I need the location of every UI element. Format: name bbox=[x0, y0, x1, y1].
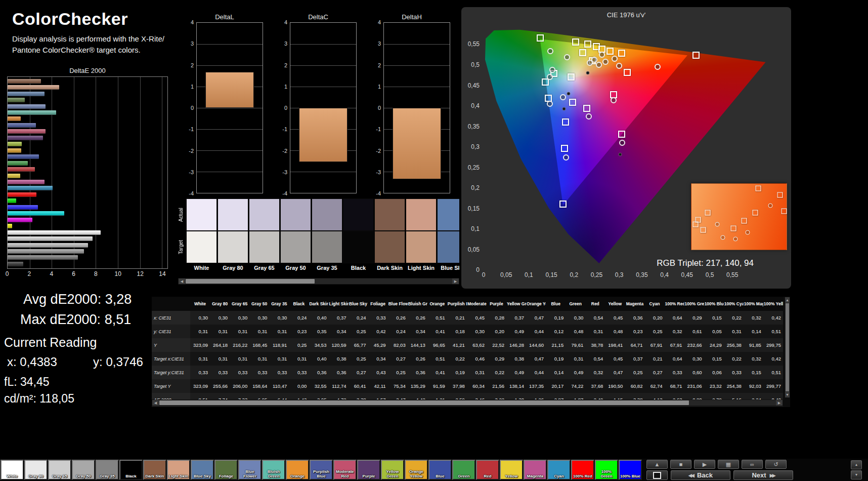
table-cell: 21,15 bbox=[546, 338, 566, 352]
patch-button-label: Cyan bbox=[548, 474, 570, 479]
patch-button-yellow-green[interactable]: Yellow Green bbox=[381, 460, 404, 480]
patch-button-foliage[interactable]: Foliage bbox=[214, 460, 238, 480]
table-cell: 0,48 bbox=[605, 325, 625, 338]
patch-button-blue[interactable]: Blue bbox=[428, 460, 452, 480]
strip-scroll-thumb[interactable] bbox=[186, 279, 315, 284]
play-button[interactable]: ▶ bbox=[694, 460, 715, 469]
spin-up-button[interactable]: ▴ bbox=[851, 460, 862, 469]
patch-button-orange[interactable]: Orange bbox=[286, 460, 309, 480]
axis-tick-label: 1 bbox=[284, 84, 287, 90]
table-cell: 0,31 bbox=[269, 325, 289, 338]
table-scroll-left-icon[interactable]: ◀ bbox=[152, 400, 159, 406]
patch-button-gray-65[interactable]: Gray 65 bbox=[48, 460, 71, 480]
table-vscroll-thumb[interactable] bbox=[786, 303, 789, 391]
patch-button-bluish-green[interactable]: Bluish Green bbox=[262, 460, 285, 480]
avg-de2000: Avg dE2000: 3,28 bbox=[23, 292, 132, 307]
table-scroll-down-icon[interactable]: ▼ bbox=[785, 392, 790, 397]
de2000-tick-label: 10 bbox=[115, 270, 121, 277]
patch-button-white[interactable]: White bbox=[1, 460, 24, 480]
table-scroll-up-icon[interactable]: ▲ bbox=[785, 297, 790, 303]
patch-button-gray-35[interactable]: Gray 35 bbox=[96, 460, 119, 480]
pattern-button[interactable]: ▦ bbox=[718, 460, 739, 469]
table-header-row: WhiteGray 80Gray 65Gray 50Gray 35BlackDa… bbox=[152, 297, 783, 311]
table-cell: 0,33 bbox=[368, 311, 388, 325]
x-value: 0,4383 bbox=[20, 355, 57, 369]
table-cell: 60,41 bbox=[349, 379, 368, 393]
patch-button-blue-sky[interactable]: Blue Sky bbox=[191, 460, 214, 480]
table-cell: 23,32 bbox=[704, 379, 724, 393]
table-cell: 110,47 bbox=[269, 379, 289, 393]
patch-button-blue-flower[interactable]: Blue Flower bbox=[238, 460, 262, 480]
strip-scrollbar[interactable]: ◀ ▶ bbox=[178, 278, 459, 285]
target-marker bbox=[562, 118, 569, 126]
patch-button-magenta[interactable]: Magenta bbox=[524, 460, 547, 480]
column-header-gray-65: Gray 65 bbox=[230, 297, 249, 311]
patch-button-100-blue[interactable]: 100% Blue bbox=[619, 460, 642, 480]
de-bar-cyan bbox=[8, 186, 53, 190]
reset-button[interactable]: ↺ bbox=[765, 460, 787, 469]
table-scroll-thumb[interactable] bbox=[159, 400, 689, 405]
axis-tick-label: -4 bbox=[189, 190, 194, 196]
patch-button-red[interactable]: Red bbox=[476, 460, 499, 480]
table-cell: 0,33 bbox=[269, 366, 289, 379]
patch-button-gray-50[interactable]: Gray 50 bbox=[72, 460, 95, 480]
swatch-name: Gray 65 bbox=[249, 263, 280, 272]
patch-button-yellow[interactable]: Yellow bbox=[500, 460, 523, 480]
table-cell: 0,19 bbox=[546, 311, 566, 325]
patch-button-label: Blue Sky bbox=[192, 474, 213, 479]
stop-button[interactable]: ■ bbox=[670, 460, 691, 469]
patch-button-100-red[interactable]: 100% Red bbox=[571, 460, 594, 480]
patch-button-green[interactable]: Green bbox=[452, 460, 475, 480]
table-cell: 24,29 bbox=[704, 338, 724, 352]
patch-button-label: Black bbox=[120, 474, 142, 479]
patch-button-cyan[interactable]: Cyan bbox=[547, 460, 571, 480]
patch-button-gray-80[interactable]: Gray 80 bbox=[24, 460, 48, 480]
table-cell: 0,42 bbox=[763, 311, 783, 325]
table-cell: 0,46 bbox=[467, 352, 487, 366]
de-bar-blue-sky bbox=[8, 92, 45, 96]
actual-swatch bbox=[280, 198, 311, 231]
column-header-100-cyan: 100% Cyan bbox=[724, 297, 744, 311]
scroll-right-arrow-icon[interactable]: ▶ bbox=[452, 278, 459, 284]
eject-button[interactable]: ▲ bbox=[646, 460, 668, 469]
de-bar-orange bbox=[8, 116, 21, 121]
continuous-button[interactable]: ∞ bbox=[742, 460, 763, 469]
patch-button-100-green[interactable]: 100% Green bbox=[595, 460, 618, 480]
table-cell: 0,21 bbox=[447, 311, 467, 325]
patch-button-black[interactable]: Black bbox=[119, 460, 143, 480]
table-cell: 0,41 bbox=[427, 366, 447, 379]
column-header-100-green: 100% Green bbox=[684, 297, 704, 311]
spin-down-button[interactable]: ▾ bbox=[851, 470, 862, 479]
patch-button-purple[interactable]: Purple bbox=[357, 460, 380, 480]
table-cell: 0,29 bbox=[487, 352, 506, 366]
next-button[interactable]: Next ▶▶ bbox=[733, 470, 793, 480]
target-swatch bbox=[437, 231, 459, 263]
table-cell: 34,53 bbox=[309, 338, 328, 352]
cie-y-tick-label: 0,05 bbox=[468, 246, 480, 253]
table-row-target-y: Target Y323,09255,66206,00158,64110,470,… bbox=[152, 379, 783, 393]
table-cell: 0,14 bbox=[744, 325, 763, 338]
table-cell: 0,49 bbox=[506, 366, 526, 379]
actual-swatch bbox=[186, 198, 217, 231]
patch-button-dark-skin[interactable]: Dark Skin bbox=[143, 460, 166, 480]
patch-button-moderate-red[interactable]: Moderate Red bbox=[333, 460, 357, 480]
table-cell: 0,12 bbox=[546, 325, 566, 338]
target-marker bbox=[579, 49, 586, 56]
patch-button-light-skin[interactable]: Light Skin bbox=[167, 460, 190, 480]
patch-button-orange-yellow[interactable]: Orange Yellow bbox=[405, 460, 428, 480]
de-bar-gray-65 bbox=[8, 243, 88, 248]
results-table: WhiteGray 80Gray 65Gray 50Gray 35BlackDa… bbox=[152, 297, 783, 407]
table-scrollbar[interactable]: ◀ ▶ bbox=[152, 399, 783, 406]
back-button[interactable]: ◀◀ Back bbox=[671, 470, 730, 480]
table-cell: 0,30 bbox=[566, 311, 585, 325]
scroll-left-arrow-icon[interactable]: ◀ bbox=[179, 278, 185, 284]
gridline bbox=[197, 172, 263, 172]
table-vscrollbar[interactable]: ▲ ▼ bbox=[785, 297, 790, 398]
pattern-window-button[interactable] bbox=[646, 470, 668, 480]
table-cell: 0,31 bbox=[190, 325, 210, 338]
table-scroll-right-icon[interactable]: ▶ bbox=[776, 400, 783, 406]
patch-button-purplish-blue[interactable]: Purplish Blue bbox=[310, 460, 333, 480]
table-cell: 0,25 bbox=[625, 366, 644, 379]
inset-measurement-marker bbox=[768, 203, 773, 208]
table-corner-cell bbox=[152, 297, 190, 311]
